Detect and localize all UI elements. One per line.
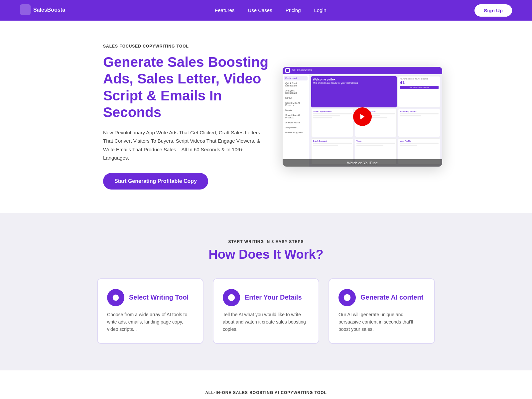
- steps-eyebrow: START WRITING IN 3 EASY STEPS: [20, 239, 512, 244]
- steps-title: How Does It Work?: [20, 247, 512, 262]
- card1-header: Sales Copy By MiKi: [313, 110, 352, 112]
- step2-icon-row: Enter Your Details: [223, 289, 309, 306]
- nav-logo: SalesBoosta: [20, 4, 66, 16]
- step-card-1: Select Writing Tool Choose from a wide a…: [97, 278, 203, 344]
- card3-line1: [400, 113, 439, 114]
- nav-login[interactable]: Login: [314, 7, 327, 13]
- hero-right: SalesBoosta Home SALES BOOSTA Dashboard …: [283, 67, 442, 167]
- fake-sidebar: Dashboard Quick Start Dashboard Analytic…: [283, 74, 309, 167]
- sidebar-swipe: Swipe Bank: [284, 125, 308, 130]
- card6-header: User Profile: [400, 140, 439, 142]
- step-card-2: Enter Your Details Tell the AI what you …: [213, 278, 319, 344]
- hero-description: New Revolutionary App Write Ads That Get…: [103, 128, 269, 162]
- step3-icon-row: Generate AI content: [338, 289, 425, 306]
- card5-line1: [356, 143, 395, 144]
- hero-cta-button[interactable]: Start Generating Profitable Copy: [103, 173, 208, 190]
- card4-line1: [313, 143, 352, 144]
- card6-line1: [400, 143, 439, 144]
- video-watch-label[interactable]: Watch on YouTube: [283, 159, 442, 167]
- video-thumbnail[interactable]: SalesBoosta Home SALES BOOSTA Dashboard …: [283, 67, 442, 167]
- nav-features[interactable]: Features: [215, 7, 234, 13]
- nav-links: Features Use Cases Pricing Login: [215, 7, 326, 13]
- fake-welcome-title: Welcome patlex: [313, 78, 395, 81]
- card1-line1: [313, 113, 352, 114]
- hero-left: SALES FOCUSED COPYWRITING TOOL Generate …: [103, 44, 269, 190]
- play-button-overlay[interactable]: [353, 107, 372, 126]
- fake-welcome-sub: Miki and ikon are ready for your instruc…: [313, 82, 395, 84]
- card1-line3: [313, 117, 332, 118]
- nav-pricing[interactable]: Pricing: [286, 7, 301, 13]
- sidebar-analytics: Analytics Dashboard: [284, 88, 308, 95]
- steps-section: START WRITING IN 3 EASY STEPS How Does I…: [0, 213, 532, 370]
- navbar: SalesBoosta Features Use Cases Pricing L…: [0, 0, 532, 21]
- sidebar-quick: Quick Start Dashboard: [284, 81, 308, 88]
- sidebar-answer: Answer Profile: [284, 120, 308, 125]
- sidebar-miki: MiKi AI: [284, 96, 308, 100]
- svg-rect-6: [230, 297, 233, 298]
- fake-card-3: Marketing Stories: [398, 109, 440, 137]
- card3-line2: [400, 115, 421, 116]
- fake-card-1: Sales Copy By MiKi: [311, 109, 353, 137]
- svg-rect-0: [20, 4, 31, 15]
- card4-line2: [313, 145, 338, 146]
- sidebar-ikon: Ikon AI: [284, 108, 308, 112]
- hero-title: Generate Sales Boosting Ads, Sales Lette…: [103, 54, 269, 121]
- stat-value: 41: [400, 80, 439, 85]
- step-card-3: Generate AI content Our AI will generate…: [329, 278, 435, 344]
- step2-desc: Tell the AI what you would like to write…: [223, 311, 309, 333]
- card3-header: Marketing Stories: [400, 110, 439, 112]
- card5-line2: [356, 145, 384, 146]
- fake-welcome-card: Welcome patlex Miki and ikon are ready f…: [311, 76, 397, 108]
- step1-icon-row: Select Writing Tool: [107, 289, 194, 306]
- sidebar-dashboard: Dashboard: [284, 76, 308, 80]
- signup-button[interactable]: Sign Up: [474, 4, 512, 17]
- step3-desc: Our AI will generate unique and persuasi…: [338, 311, 425, 333]
- hero-section: SALES FOCUSED COPYWRITING TOOL Generate …: [0, 21, 532, 213]
- step1-title: Select Writing Tool: [129, 294, 189, 301]
- card4-header: Quick Support: [313, 140, 352, 142]
- bottom-section: ALL-IN-ONE SALES BOOSTING AI COPYWRITING…: [0, 370, 532, 399]
- sidebar-saved-miki: Saved MiKi AI Projects: [284, 101, 308, 107]
- fake-db-main: Welcome patlex Miki and ikon are ready f…: [309, 74, 442, 167]
- step1-icon: [107, 289, 124, 306]
- svg-text:SalesBoosta: SalesBoosta: [33, 7, 65, 13]
- fake-dashboard: SALES BOOSTA Dashboard Quick Start Dashb…: [283, 67, 442, 167]
- stat-cta: See Full Account Statistics: [400, 86, 439, 89]
- fake-db-brand: SALES BOOSTA: [292, 69, 312, 72]
- step3-icon: [338, 289, 356, 306]
- video-play-button[interactable]: [353, 107, 372, 126]
- step1-desc: Choose from a wide array of AI tools to …: [107, 311, 194, 333]
- sidebar-saved-ikon: Saved Ikon AI Projects: [284, 113, 308, 120]
- card1-line2: [313, 115, 340, 116]
- fake-stat-card: No. Of Contents You've Created 41 See Fu…: [398, 76, 440, 108]
- svg-marker-2: [360, 114, 365, 120]
- steps-cards: Select Writing Tool Choose from a wide a…: [83, 278, 449, 344]
- bottom-eyebrow: ALL-IN-ONE SALES BOOSTING AI COPYWRITING…: [20, 390, 512, 395]
- fake-db-top: SALES BOOSTA: [283, 67, 442, 74]
- sidebar-freelancing: Freelancing Tools: [284, 130, 308, 135]
- step2-icon: [223, 289, 240, 306]
- svg-point-4: [114, 296, 117, 299]
- card5-header: Team: [356, 140, 395, 142]
- nav-use-cases[interactable]: Use Cases: [248, 7, 272, 13]
- hero-eyebrow: SALES FOCUSED COPYWRITING TOOL: [103, 44, 269, 49]
- step2-title: Enter Your Details: [245, 294, 302, 301]
- card6-line2: [400, 145, 417, 146]
- step3-title: Generate AI content: [360, 294, 423, 301]
